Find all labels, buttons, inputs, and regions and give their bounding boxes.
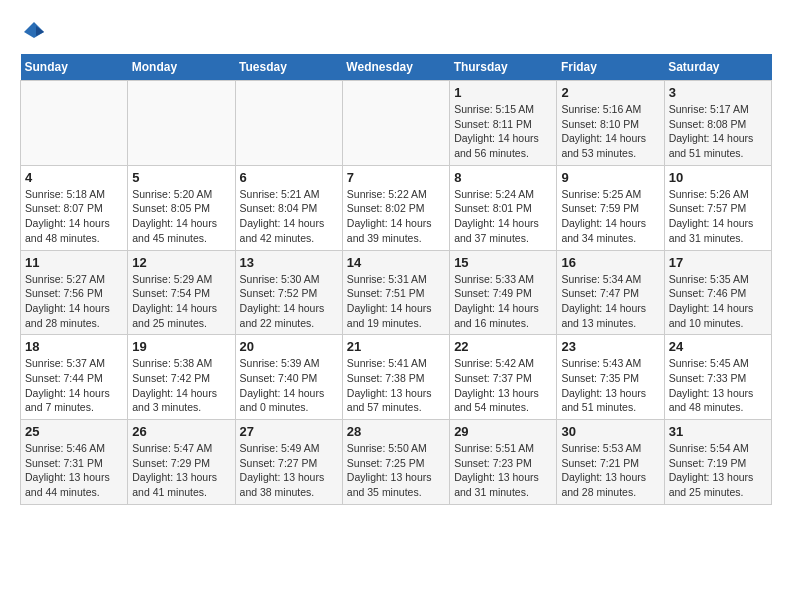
calendar-cell: 17Sunrise: 5:35 AM Sunset: 7:46 PM Dayli… (664, 250, 771, 335)
day-info: Sunrise: 5:49 AM Sunset: 7:27 PM Dayligh… (240, 441, 338, 500)
calendar-cell: 31Sunrise: 5:54 AM Sunset: 7:19 PM Dayli… (664, 420, 771, 505)
day-number: 12 (132, 255, 230, 270)
calendar-cell: 19Sunrise: 5:38 AM Sunset: 7:42 PM Dayli… (128, 335, 235, 420)
day-info: Sunrise: 5:37 AM Sunset: 7:44 PM Dayligh… (25, 356, 123, 415)
day-info: Sunrise: 5:29 AM Sunset: 7:54 PM Dayligh… (132, 272, 230, 331)
day-of-week-header: Friday (557, 54, 664, 81)
day-info: Sunrise: 5:25 AM Sunset: 7:59 PM Dayligh… (561, 187, 659, 246)
day-number: 10 (669, 170, 767, 185)
calendar-cell: 9Sunrise: 5:25 AM Sunset: 7:59 PM Daylig… (557, 165, 664, 250)
day-info: Sunrise: 5:22 AM Sunset: 8:02 PM Dayligh… (347, 187, 445, 246)
day-info: Sunrise: 5:39 AM Sunset: 7:40 PM Dayligh… (240, 356, 338, 415)
day-number: 13 (240, 255, 338, 270)
day-of-week-header: Thursday (450, 54, 557, 81)
day-number: 21 (347, 339, 445, 354)
day-info: Sunrise: 5:41 AM Sunset: 7:38 PM Dayligh… (347, 356, 445, 415)
calendar-cell (128, 81, 235, 166)
calendar-cell: 30Sunrise: 5:53 AM Sunset: 7:21 PM Dayli… (557, 420, 664, 505)
day-info: Sunrise: 5:47 AM Sunset: 7:29 PM Dayligh… (132, 441, 230, 500)
day-number: 11 (25, 255, 123, 270)
day-number: 6 (240, 170, 338, 185)
calendar-cell: 14Sunrise: 5:31 AM Sunset: 7:51 PM Dayli… (342, 250, 449, 335)
day-number: 15 (454, 255, 552, 270)
day-info: Sunrise: 5:26 AM Sunset: 7:57 PM Dayligh… (669, 187, 767, 246)
calendar-week-row: 25Sunrise: 5:46 AM Sunset: 7:31 PM Dayli… (21, 420, 772, 505)
calendar-cell (21, 81, 128, 166)
calendar-cell: 26Sunrise: 5:47 AM Sunset: 7:29 PM Dayli… (128, 420, 235, 505)
calendar-cell (342, 81, 449, 166)
day-number: 20 (240, 339, 338, 354)
calendar-cell: 11Sunrise: 5:27 AM Sunset: 7:56 PM Dayli… (21, 250, 128, 335)
day-info: Sunrise: 5:45 AM Sunset: 7:33 PM Dayligh… (669, 356, 767, 415)
day-of-week-header: Monday (128, 54, 235, 81)
calendar-cell: 21Sunrise: 5:41 AM Sunset: 7:38 PM Dayli… (342, 335, 449, 420)
day-info: Sunrise: 5:51 AM Sunset: 7:23 PM Dayligh… (454, 441, 552, 500)
day-info: Sunrise: 5:20 AM Sunset: 8:05 PM Dayligh… (132, 187, 230, 246)
calendar-cell: 16Sunrise: 5:34 AM Sunset: 7:47 PM Dayli… (557, 250, 664, 335)
day-number: 9 (561, 170, 659, 185)
day-number: 3 (669, 85, 767, 100)
calendar-cell: 1Sunrise: 5:15 AM Sunset: 8:11 PM Daylig… (450, 81, 557, 166)
calendar-cell: 25Sunrise: 5:46 AM Sunset: 7:31 PM Dayli… (21, 420, 128, 505)
logo-icon (22, 20, 46, 44)
day-number: 17 (669, 255, 767, 270)
day-info: Sunrise: 5:33 AM Sunset: 7:49 PM Dayligh… (454, 272, 552, 331)
calendar-week-row: 11Sunrise: 5:27 AM Sunset: 7:56 PM Dayli… (21, 250, 772, 335)
day-info: Sunrise: 5:18 AM Sunset: 8:07 PM Dayligh… (25, 187, 123, 246)
day-number: 28 (347, 424, 445, 439)
day-number: 27 (240, 424, 338, 439)
logo (20, 20, 46, 44)
day-of-week-header: Saturday (664, 54, 771, 81)
day-number: 19 (132, 339, 230, 354)
day-number: 24 (669, 339, 767, 354)
day-info: Sunrise: 5:35 AM Sunset: 7:46 PM Dayligh… (669, 272, 767, 331)
day-number: 2 (561, 85, 659, 100)
day-number: 7 (347, 170, 445, 185)
day-number: 8 (454, 170, 552, 185)
day-number: 14 (347, 255, 445, 270)
day-number: 1 (454, 85, 552, 100)
day-info: Sunrise: 5:43 AM Sunset: 7:35 PM Dayligh… (561, 356, 659, 415)
calendar-cell: 2Sunrise: 5:16 AM Sunset: 8:10 PM Daylig… (557, 81, 664, 166)
calendar-cell: 15Sunrise: 5:33 AM Sunset: 7:49 PM Dayli… (450, 250, 557, 335)
calendar-cell: 10Sunrise: 5:26 AM Sunset: 7:57 PM Dayli… (664, 165, 771, 250)
calendar-cell: 7Sunrise: 5:22 AM Sunset: 8:02 PM Daylig… (342, 165, 449, 250)
day-info: Sunrise: 5:17 AM Sunset: 8:08 PM Dayligh… (669, 102, 767, 161)
day-number: 5 (132, 170, 230, 185)
calendar-week-row: 18Sunrise: 5:37 AM Sunset: 7:44 PM Dayli… (21, 335, 772, 420)
calendar-cell: 5Sunrise: 5:20 AM Sunset: 8:05 PM Daylig… (128, 165, 235, 250)
calendar-cell (235, 81, 342, 166)
calendar-cell: 29Sunrise: 5:51 AM Sunset: 7:23 PM Dayli… (450, 420, 557, 505)
calendar-cell: 4Sunrise: 5:18 AM Sunset: 8:07 PM Daylig… (21, 165, 128, 250)
calendar-week-row: 4Sunrise: 5:18 AM Sunset: 8:07 PM Daylig… (21, 165, 772, 250)
day-info: Sunrise: 5:54 AM Sunset: 7:19 PM Dayligh… (669, 441, 767, 500)
calendar-cell: 3Sunrise: 5:17 AM Sunset: 8:08 PM Daylig… (664, 81, 771, 166)
day-info: Sunrise: 5:42 AM Sunset: 7:37 PM Dayligh… (454, 356, 552, 415)
day-number: 25 (25, 424, 123, 439)
day-of-week-header: Wednesday (342, 54, 449, 81)
day-number: 29 (454, 424, 552, 439)
day-info: Sunrise: 5:50 AM Sunset: 7:25 PM Dayligh… (347, 441, 445, 500)
calendar-cell: 12Sunrise: 5:29 AM Sunset: 7:54 PM Dayli… (128, 250, 235, 335)
day-info: Sunrise: 5:16 AM Sunset: 8:10 PM Dayligh… (561, 102, 659, 161)
day-info: Sunrise: 5:38 AM Sunset: 7:42 PM Dayligh… (132, 356, 230, 415)
calendar-week-row: 1Sunrise: 5:15 AM Sunset: 8:11 PM Daylig… (21, 81, 772, 166)
day-info: Sunrise: 5:27 AM Sunset: 7:56 PM Dayligh… (25, 272, 123, 331)
day-info: Sunrise: 5:31 AM Sunset: 7:51 PM Dayligh… (347, 272, 445, 331)
day-info: Sunrise: 5:15 AM Sunset: 8:11 PM Dayligh… (454, 102, 552, 161)
calendar-table: SundayMondayTuesdayWednesdayThursdayFrid… (20, 54, 772, 505)
day-info: Sunrise: 5:46 AM Sunset: 7:31 PM Dayligh… (25, 441, 123, 500)
day-number: 31 (669, 424, 767, 439)
day-number: 4 (25, 170, 123, 185)
calendar-cell: 6Sunrise: 5:21 AM Sunset: 8:04 PM Daylig… (235, 165, 342, 250)
day-info: Sunrise: 5:34 AM Sunset: 7:47 PM Dayligh… (561, 272, 659, 331)
calendar-cell: 20Sunrise: 5:39 AM Sunset: 7:40 PM Dayli… (235, 335, 342, 420)
calendar-cell: 13Sunrise: 5:30 AM Sunset: 7:52 PM Dayli… (235, 250, 342, 335)
calendar-cell: 23Sunrise: 5:43 AM Sunset: 7:35 PM Dayli… (557, 335, 664, 420)
day-number: 22 (454, 339, 552, 354)
day-info: Sunrise: 5:21 AM Sunset: 8:04 PM Dayligh… (240, 187, 338, 246)
calendar-cell: 28Sunrise: 5:50 AM Sunset: 7:25 PM Dayli… (342, 420, 449, 505)
calendar-cell: 24Sunrise: 5:45 AM Sunset: 7:33 PM Dayli… (664, 335, 771, 420)
calendar-header-row: SundayMondayTuesdayWednesdayThursdayFrid… (21, 54, 772, 81)
day-number: 30 (561, 424, 659, 439)
